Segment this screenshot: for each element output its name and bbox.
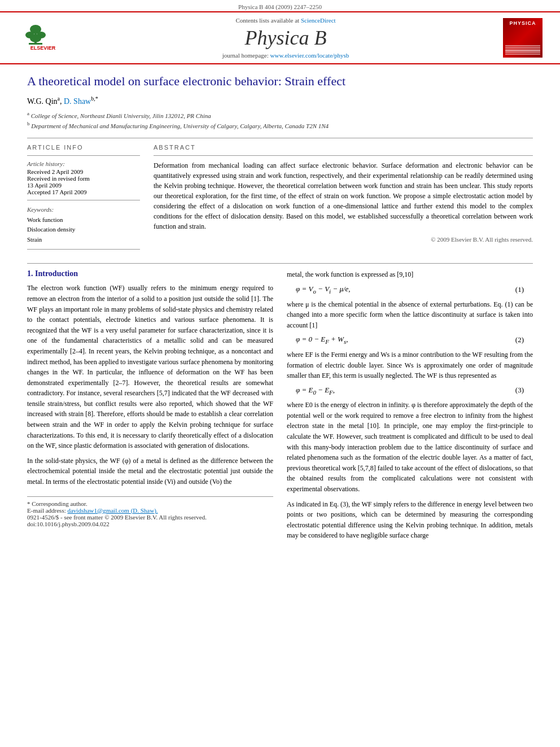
email-link[interactable]: davidshaw1@gmail.com (D. Shaw). (67, 507, 158, 514)
equation2-formula: φ = 0 − EF + Ws, (296, 335, 348, 345)
affiliations: a College of Science, Northeast Dianli U… (27, 110, 533, 130)
keyword2: Dislocation density (27, 225, 140, 235)
license-text: 0921-4526/$ - see front matter © 2009 El… (27, 514, 273, 521)
email-label: E-mail address: (27, 507, 66, 514)
right-intro: metal, the work function is expressed as… (287, 269, 533, 280)
affiliation1: a College of Science, Northeast Dianli U… (27, 110, 533, 120)
equation1-number: (1) (515, 285, 524, 294)
equation1-block: φ = Vo − Vi − μ/e, (1) (296, 285, 524, 295)
cover-decoration (505, 45, 540, 55)
equation3-number: (3) (515, 386, 524, 395)
article-title: A theoretical model on surface electroni… (27, 73, 533, 90)
abstract-label: ABSTRACT (154, 144, 533, 151)
body-para2: In the solid-state physics, the WF (φ) o… (27, 456, 273, 487)
info-divider (27, 155, 140, 156)
received-date: Received 2 April 2009 (27, 168, 140, 175)
elsevier-logo-area: ELSEVIER (9, 23, 77, 54)
article-info-label: ARTICLE INFO (27, 144, 140, 151)
eq2-description: where EF is the Fermi energy and Ws is a… (287, 350, 533, 381)
author2-name[interactable]: D. Shaw (64, 97, 91, 105)
keyword1: Work function (27, 215, 140, 225)
email-line: E-mail address: davidshaw1@gmail.com (D.… (27, 507, 273, 514)
top-bar: Physica B 404 (2009) 2247–2250 (0, 0, 560, 11)
journal-header: ELSEVIER Contents lists available at Sci… (0, 11, 560, 64)
abstract-col: ABSTRACT Deformation from mechanical loa… (154, 144, 533, 255)
body-para1: The electron work function (WF) usually … (27, 283, 273, 451)
keywords-label: Keywords: (27, 206, 140, 213)
physica-cover-icon: PHYSICA (503, 18, 542, 58)
svg-text:ELSEVIER: ELSEVIER (30, 45, 56, 51)
abstract-text: Deformation from mechanical loading can … (154, 160, 533, 231)
author2-sup: b,* (91, 95, 98, 102)
svg-rect-6 (29, 43, 42, 45)
abstract-divider (154, 155, 533, 156)
equation2-number: (2) (515, 335, 524, 344)
accepted-date: Accepted 17 April 2009 (27, 189, 140, 195)
journal-title: Physica B (77, 26, 495, 50)
eq3-description: where E0 is the energy of electron in in… (287, 400, 533, 494)
body-col-right: metal, the work function is expressed as… (287, 269, 533, 545)
physica-cover-area: PHYSICA (495, 18, 551, 58)
body-col-left: 1. Introduction The electron work functi… (27, 269, 273, 545)
corresponding-label: * Corresponding author. (27, 500, 88, 507)
revised-date: 13 April 2009 (27, 182, 140, 189)
affiliation2: b Department of Mechanical and Manufactu… (27, 120, 533, 130)
keywords-divider (27, 200, 140, 200)
journal-url: journal homepage: www.elsevier.com/locat… (77, 52, 495, 59)
corresponding-author-note: * Corresponding author. (27, 500, 273, 507)
equation3-formula: φ = E0 − EF, (296, 386, 335, 396)
copyright-line: © 2009 Elsevier B.V. All rights reserved… (154, 236, 533, 243)
body-content: 1. Introduction The electron work functi… (27, 269, 533, 545)
journal-homepage-link[interactable]: www.elsevier.com/locate/physb (270, 52, 349, 59)
info-abstract-section: ARTICLE INFO Article history: Received 2… (27, 144, 533, 255)
eq1-description: where μ is the chemical potential in the… (287, 299, 533, 331)
svg-point-5 (30, 34, 41, 42)
author1-sup: a (58, 95, 60, 102)
footer-area: * Corresponding author. E-mail address: … (27, 496, 273, 514)
sciencedirect-link[interactable]: ScienceDirect (301, 17, 336, 24)
equation3-block: φ = E0 − EF, (3) (296, 386, 524, 396)
article-history: Article history: Received 2 April 2009 R… (27, 160, 140, 195)
main-content: A theoretical model on surface electroni… (0, 64, 560, 554)
article-info-col: ARTICLE INFO Article history: Received 2… (27, 144, 140, 255)
header-divider (27, 138, 533, 138)
elsevier-logo-icon: ELSEVIER (18, 23, 68, 54)
keyword3: Strain (27, 235, 140, 245)
equation1-formula: φ = Vo − Vi − μ/e, (296, 285, 351, 295)
revised-label: Received in revised form (27, 175, 140, 182)
bottom-divider (27, 249, 140, 250)
equation2-block: φ = 0 − EF + Ws, (2) (296, 335, 524, 345)
contents-line: Contents lists available at ScienceDirec… (77, 17, 495, 24)
author1-name: W.G. Qin (27, 97, 58, 105)
doi-text: doi:10.1016/j.physb.2009.04.022 (27, 521, 273, 527)
section1-heading: 1. Introduction (27, 269, 273, 278)
header-center: Contents lists available at ScienceDirec… (77, 17, 495, 59)
history-label: Article history: (27, 160, 140, 167)
authors-line: W.G. Qina, D. Shawb,* (27, 95, 533, 106)
right-para2: As indicated in Eq. (3), the WF simply r… (287, 499, 533, 541)
body-divider (27, 263, 533, 264)
journal-citation: Physica B 404 (2009) 2247–2250 (238, 3, 322, 10)
footer-license: 0921-4526/$ - see front matter © 2009 El… (27, 514, 273, 527)
